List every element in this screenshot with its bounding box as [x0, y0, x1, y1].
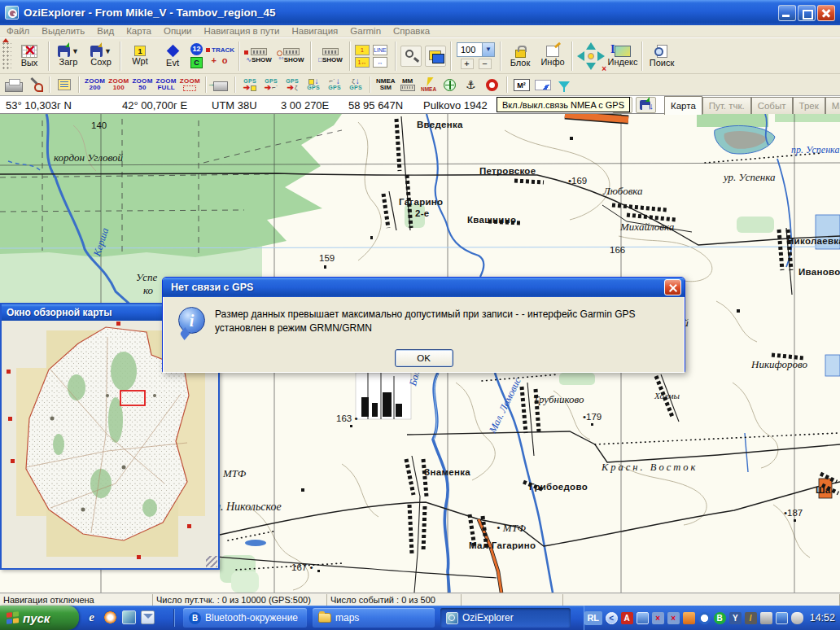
show-track-button[interactable]: ∿SHOW — [243, 39, 275, 73]
map-data-tab[interactable]: Событ — [751, 97, 793, 115]
bluetooth-tray-icon[interactable]: B — [714, 612, 726, 624]
pen-tray-icon[interactable]: / — [745, 612, 757, 624]
toolbar-drag-handle[interactable] — [2, 42, 11, 71]
menu-item[interactable]: Навигация — [292, 26, 339, 36]
zoom-out-button[interactable]: − — [479, 59, 492, 69]
moving-map-button[interactable]: MM — [397, 75, 418, 94]
waypoint-list-button[interactable]: 1 — [355, 45, 370, 55]
task-maps-folder[interactable]: maps — [313, 608, 435, 628]
profile-chart-button[interactable] — [532, 75, 553, 94]
load-button[interactable]: ▼ Загр — [52, 39, 85, 73]
track-control-button[interactable]: TRACK — [206, 46, 234, 54]
start-button[interactable]: пуск — [0, 606, 79, 630]
zoom-full-button[interactable]: ZOOMFULL — [155, 75, 178, 94]
network-disabled-tray-icon-2[interactable]: × — [667, 612, 680, 624]
pan-up-icon[interactable] — [586, 42, 596, 50]
removable-device-tray-icon[interactable] — [760, 612, 772, 624]
stopwatch-tray-icon[interactable] — [698, 612, 711, 624]
menu-item[interactable]: Опции — [164, 26, 192, 36]
zoom-200-button[interactable]: ZOOM200 — [83, 75, 107, 94]
tray-collapse-icon[interactable]: < — [606, 612, 618, 624]
network-monitor-tray-icon[interactable] — [637, 612, 649, 624]
gps-get-route-button[interactable]: ζ↓GPS — [345, 75, 366, 94]
map-tools-button[interactable] — [24, 75, 46, 94]
gps-send-waypoints-button[interactable]: GPS➔ — [239, 75, 260, 94]
exit-button[interactable]: Вых — [13, 39, 46, 73]
pan-center-icon[interactable] — [588, 53, 594, 59]
zoom-50-button[interactable]: ZOOM50 — [130, 75, 154, 94]
display-settings-tray-icon[interactable] — [776, 612, 788, 624]
area-measure-button[interactable]: M² — [511, 75, 532, 94]
restore-button[interactable] — [798, 5, 816, 21]
gps-send-track-button[interactable]: GPS➔⌐` — [260, 75, 282, 94]
point-tools-button[interactable]: + о — [211, 55, 229, 65]
line-tool-button[interactable]: LINE — [373, 45, 387, 55]
show-waypoints-button[interactable]: °°SHOW — [275, 39, 308, 73]
dialog-close-button[interactable] — [664, 279, 681, 295]
chevron-down-icon[interactable]: ▼ — [482, 43, 494, 56]
mail-icon[interactable] — [141, 610, 155, 624]
gps-get-waypoints-button[interactable]: ↓GPS — [303, 75, 324, 94]
pan-right-icon[interactable] — [597, 51, 605, 61]
info-button[interactable]: Инфо — [536, 39, 569, 73]
gps-get-track-button[interactable]: ⌐`↓GPS — [324, 75, 345, 94]
search-button[interactable]: Поиск — [645, 39, 678, 73]
pan-down-icon[interactable] — [586, 63, 596, 70]
index-button[interactable]: Индекс — [606, 39, 639, 73]
anchor-alarm-button[interactable]: ⚓ — [461, 75, 482, 94]
nmea-connect-button[interactable]: NMEA — [418, 75, 440, 94]
save-position-button[interactable]: ↓ — [636, 97, 656, 113]
zoom-in-button[interactable]: + — [461, 59, 474, 69]
task-oziexplorer[interactable]: OziExplorer — [440, 608, 571, 628]
zoom-level-select[interactable]: 100 ▼ — [457, 42, 495, 57]
oziexplorer-quicklaunch-icon[interactable] — [122, 610, 136, 624]
mouse-tray-icon[interactable] — [791, 612, 803, 624]
man-overboard-button[interactable] — [482, 75, 503, 94]
plotter-button[interactable] — [3, 75, 24, 94]
save-button[interactable]: ▼ Сохр — [85, 39, 117, 73]
nmea-simulation-button[interactable]: NMEASIM — [374, 75, 397, 94]
pdf-tray-icon[interactable]: A — [621, 612, 633, 624]
print-map-button[interactable] — [210, 75, 231, 94]
gps-send-route-button[interactable]: GPS➔ζ — [282, 75, 303, 94]
show-route-button[interactable]: □SHOW — [314, 39, 347, 73]
pan-left-icon[interactable] — [577, 51, 584, 61]
menu-item[interactable]: Garmin — [350, 26, 381, 36]
minimize-button[interactable] — [778, 5, 796, 21]
event-button[interactable]: Evt — [156, 39, 189, 73]
pan-close-icon[interactable]: × — [602, 64, 606, 73]
wireless-tray-icon[interactable]: Y — [729, 612, 742, 624]
map-comment-button[interactable]: 12 — [190, 43, 203, 55]
ruler-tool-button[interactable]: ↔ — [373, 57, 387, 68]
network-disabled-tray-icon[interactable]: × — [652, 612, 664, 624]
language-indicator[interactable]: RL — [584, 611, 602, 625]
resize-grip[interactable] — [206, 556, 217, 567]
internet-explorer-icon[interactable]: e — [85, 610, 98, 624]
menu-item[interactable]: Карта — [126, 26, 151, 36]
menu-item[interactable]: Навигация в пути — [204, 26, 280, 36]
task-bluetooth[interactable]: B Bluetooth-окружение — [183, 608, 307, 628]
zoom-100-button[interactable]: ZOOM100 — [107, 75, 130, 94]
map-view-button[interactable] — [425, 46, 446, 67]
dialog-title-bar[interactable]: Нет связи с GPS — [163, 278, 685, 297]
java-tray-icon[interactable] — [683, 612, 695, 624]
map-data-tab[interactable]: Трек — [793, 97, 825, 115]
menu-item[interactable]: Справка — [393, 26, 430, 36]
zoom-window-button[interactable]: ZOOM — [178, 75, 202, 94]
map-feature-button[interactable]: C — [190, 57, 203, 68]
pan-control[interactable]: × — [577, 42, 605, 70]
waypoint-button[interactable]: 1 Wpt — [124, 39, 156, 73]
close-button[interactable] — [817, 5, 835, 21]
map-data-tab[interactable]: Пут. тчк. — [702, 97, 751, 115]
magnify-button[interactable] — [400, 46, 422, 67]
media-player-icon[interactable] — [103, 610, 117, 624]
lock-button[interactable]: Блок — [504, 39, 536, 73]
map-list-button[interactable] — [54, 75, 75, 94]
map-data-tab[interactable]: Марш — [825, 97, 840, 115]
menu-item[interactable]: Вид — [97, 26, 114, 36]
radar-button[interactable] — [440, 75, 461, 94]
menu-item[interactable]: Файл — [7, 26, 29, 36]
menu-item[interactable]: Выделить — [42, 26, 85, 36]
filter-button[interactable] — [553, 75, 575, 94]
ok-button[interactable]: OK — [395, 349, 453, 367]
